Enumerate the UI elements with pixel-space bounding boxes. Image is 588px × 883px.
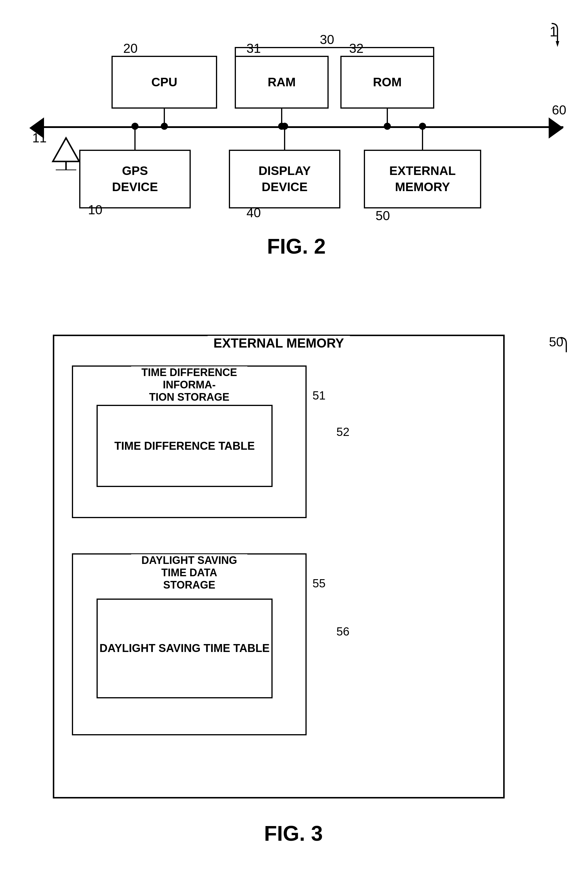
outer-box-label: EXTERNAL MEMORY — [208, 336, 350, 350]
display-vline — [284, 128, 285, 151]
time-diff-storage-box: TIME DIFFERENCE INFORMA- TION STORAGE TI… — [72, 365, 307, 518]
extmem-box: EXTERNALMEMORY — [364, 150, 481, 209]
display-label: DISPLAYDEVICE — [258, 163, 311, 195]
ref-60-label: 60 — [552, 103, 566, 117]
fig3-diagram: 50 EXTERNAL MEMORY TIME DIFFERENCE INFOR… — [53, 317, 534, 845]
fig3-caption: FIG. 3 — [264, 821, 323, 845]
extmem-bus-dot — [419, 123, 426, 130]
time-diff-storage-label: TIME DIFFERENCE INFORMA- TION STORAGE — [131, 366, 248, 403]
bus-triangle-right — [549, 117, 563, 138]
bracket-30-h — [235, 47, 434, 48]
extmem-label: EXTERNALMEMORY — [389, 163, 456, 195]
fig2-diagram: 1 30 60 CPU 20 RAM — [24, 18, 569, 258]
ref-56-label: 56 — [336, 625, 350, 638]
ref-40-label: 40 — [246, 206, 261, 220]
gps-box: GPSDEVICE — [79, 150, 191, 209]
time-diff-table-box: TIME DIFFERENCE TABLE — [96, 405, 273, 487]
ref50-arrow — [531, 332, 569, 355]
cpu-box: CPU — [111, 56, 217, 109]
gps-vline — [134, 128, 135, 151]
bus-line — [41, 126, 563, 128]
dst-table-label: DAYLIGHT SAVING TIME TABLE — [99, 641, 270, 656]
antenna-svg — [47, 132, 85, 170]
ref-55-label: 55 — [312, 577, 326, 590]
outer-box: EXTERNAL MEMORY TIME DIFFERENCE INFORMA-… — [53, 335, 505, 799]
svg-marker-0 — [556, 41, 559, 47]
ref-11-label: 11 — [32, 131, 46, 145]
cpu-bus-dot — [161, 123, 168, 130]
fig2-caption: FIG. 2 — [267, 234, 326, 258]
rom-box: ROM — [340, 56, 434, 109]
dst-table-box: DAYLIGHT SAVING TIME TABLE — [96, 599, 273, 698]
rom-bus-dot — [384, 123, 391, 130]
ref-20-label: 20 — [123, 41, 138, 56]
display-box: DISPLAYDEVICE — [229, 150, 340, 209]
ref-30-label: 30 — [320, 32, 334, 47]
ref-50-label: 50 — [376, 209, 390, 223]
svg-marker-1 — [53, 138, 79, 161]
dst-storage-box: DAYLIGHT SAVING TIME DATA STORAGE DAYLIG… — [72, 553, 307, 735]
ram-label: RAM — [268, 75, 296, 90]
ref-31-label: 31 — [246, 41, 261, 56]
time-diff-table-label: TIME DIFFERENCE TABLE — [114, 440, 255, 452]
rom-label: ROM — [373, 75, 402, 90]
cpu-label: CPU — [152, 75, 177, 90]
ref1-arrow — [525, 21, 560, 50]
ref-51-label: 51 — [312, 389, 326, 402]
gps-bus-dot — [132, 123, 138, 130]
ram-box: RAM — [235, 56, 328, 109]
gps-label: GPSDEVICE — [112, 163, 158, 195]
extmem-vline — [422, 128, 423, 151]
ref-10-label: 10 — [88, 203, 102, 217]
page: 1 30 60 CPU 20 RAM — [0, 0, 588, 883]
display-bus-dot — [281, 123, 288, 130]
ref-32-label: 32 — [349, 41, 363, 56]
ref-52-label: 52 — [336, 425, 350, 438]
dst-storage-label: DAYLIGHT SAVING TIME DATA STORAGE — [131, 554, 248, 591]
